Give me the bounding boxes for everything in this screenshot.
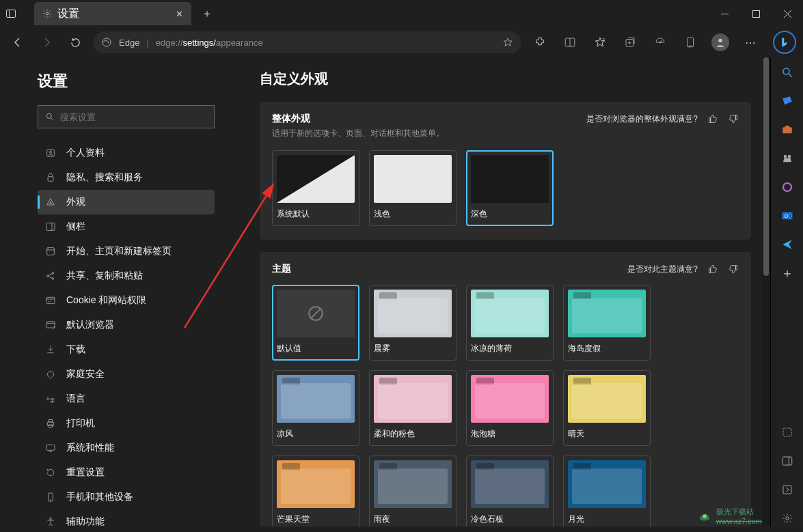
sidebar-item-label: 外观 <box>66 196 85 208</box>
sidebar-item-label: 重置设置 <box>66 466 105 479</box>
appearance-option-1[interactable]: 浅色 <box>369 150 457 226</box>
theme-label: 冰凉的薄荷 <box>471 343 549 354</box>
bing-button[interactable] <box>773 31 796 54</box>
app-button[interactable] <box>679 31 702 54</box>
refresh-button[interactable] <box>64 31 86 53</box>
appearance-label: 浅色 <box>374 208 452 220</box>
outlook-sidebar-button[interactable]: O <box>779 208 795 224</box>
theme-preview <box>471 290 549 337</box>
sidebar-item-12[interactable]: 系统和性能 <box>38 436 215 460</box>
sidebar-item-9[interactable]: 家庭安全 <box>38 362 215 387</box>
cookie-icon <box>44 295 57 306</box>
shopping-sidebar-button[interactable] <box>779 93 795 109</box>
scrollbar-thumb[interactable] <box>763 57 769 276</box>
svg-rect-26 <box>46 223 55 231</box>
settings-search[interactable] <box>38 105 215 128</box>
theme-option-2-2[interactable]: 冷色石板 <box>466 456 554 527</box>
close-tab-button[interactable]: ✕ <box>176 9 183 19</box>
sidebar-item-6[interactable]: Cookie 和网站权限 <box>38 288 215 313</box>
minimize-button[interactable] <box>709 0 740 27</box>
send-sidebar-button[interactable] <box>779 236 795 253</box>
svg-point-56 <box>783 68 789 74</box>
theme-option-1-0[interactable]: 凉风 <box>272 370 359 446</box>
sidebar-item-11[interactable]: 打印机 <box>38 411 215 436</box>
sidebar-item-0[interactable]: 个人资料 <box>38 141 215 165</box>
thumbs-up-button[interactable] <box>707 264 718 275</box>
extensions-button[interactable] <box>528 31 552 54</box>
sidebar-item-5[interactable]: 共享、复制和粘贴 <box>38 264 215 288</box>
collections-button[interactable] <box>618 31 642 54</box>
thumbs-down-button[interactable] <box>728 113 739 124</box>
theme-option-0-1[interactable]: 晨雾 <box>369 285 457 361</box>
split-screen-button[interactable] <box>558 31 582 54</box>
theme-label: 海岛度假 <box>568 343 646 354</box>
theme-option-0-3[interactable]: 海岛度假 <box>563 285 651 361</box>
scrollbar[interactable] <box>762 57 770 527</box>
theme-option-2-3[interactable]: 月光 <box>563 456 651 527</box>
performance-button[interactable] <box>649 31 672 54</box>
svg-point-69 <box>785 517 789 520</box>
settings-main: 自定义外观 整体外观 是否对浏览器的整体外观满意? 适用于新的选项卡、页面、对话… <box>232 57 770 527</box>
screenshot-sidebar-button[interactable] <box>779 424 795 440</box>
svg-rect-24 <box>48 177 53 182</box>
appearance-option-0[interactable]: 系统默认 <box>272 150 359 226</box>
browser-tab[interactable]: 设置 ✕ <box>34 2 191 25</box>
thumbs-down-button[interactable] <box>728 264 739 275</box>
search-sidebar-button[interactable] <box>779 64 795 81</box>
tab-actions-button[interactable] <box>5 8 26 19</box>
sidebar-settings-button[interactable] <box>779 510 795 527</box>
address-bar[interactable]: Edge | edge://settings/appearance <box>93 31 521 53</box>
avatar-icon <box>715 37 726 48</box>
svg-rect-59 <box>785 126 789 128</box>
sidebar-item-10[interactable]: A字语言 <box>38 387 215 411</box>
sidebar-item-14[interactable]: 手机和其他设备 <box>38 485 215 509</box>
theme-preview <box>374 290 452 337</box>
maximize-button[interactable] <box>740 0 772 27</box>
theme-option-0-0[interactable]: 默认值 <box>272 285 359 361</box>
m365-sidebar-button[interactable] <box>779 179 795 195</box>
close-window-button[interactable] <box>772 0 803 27</box>
more-button[interactable]: ⋯ <box>739 31 762 54</box>
theme-label: 晴天 <box>568 428 646 440</box>
page-heading: 自定义外观 <box>260 70 751 88</box>
games-sidebar-button[interactable] <box>779 150 795 167</box>
sidebar-item-1[interactable]: 隐私、搜索和服务 <box>38 165 215 190</box>
sidebar-item-4[interactable]: 开始、主页和新建标签页 <box>38 239 215 264</box>
thumbs-up-button[interactable] <box>707 113 718 124</box>
sidebar-item-8[interactable]: 下载 <box>38 337 215 362</box>
svg-point-7 <box>103 38 111 46</box>
separator: | <box>146 38 148 48</box>
svg-rect-36 <box>46 297 55 303</box>
svg-rect-58 <box>782 127 792 133</box>
sidebar-item-3[interactable]: 侧栏 <box>38 214 215 239</box>
theme-option-1-2[interactable]: 泡泡糖 <box>466 370 554 446</box>
tabs-icon <box>5 8 16 19</box>
sidebar-item-15[interactable]: 辅助功能 <box>38 509 215 527</box>
add-sidebar-button[interactable]: ＋ <box>779 265 795 281</box>
appearance-option-2[interactable]: 深色 <box>466 150 554 226</box>
svg-line-55 <box>312 309 321 318</box>
watermark: 极光下载站 www.xz7.com <box>697 507 762 525</box>
svg-point-39 <box>50 301 51 302</box>
appearance-preview <box>277 155 355 203</box>
tools-sidebar-button[interactable] <box>779 122 795 138</box>
sidebar-item-label: 手机和其他设备 <box>66 491 133 503</box>
hide-sidebar-button[interactable] <box>779 453 795 469</box>
sidebar-item-13[interactable]: 重置设置 <box>38 460 215 485</box>
svg-rect-48 <box>46 445 55 450</box>
theme-option-1-3[interactable]: 晴天 <box>563 370 651 446</box>
theme-option-2-1[interactable]: 雨夜 <box>369 456 457 527</box>
settings-search-input[interactable] <box>60 112 207 122</box>
sidebar-item-2[interactable]: 外观 <box>38 190 215 214</box>
profile-button[interactable] <box>709 31 732 54</box>
sidebar-item-7[interactable]: 默认浏览器 <box>38 313 215 337</box>
theme-option-2-0[interactable]: 芒果天堂 <box>272 456 359 527</box>
theme-option-1-1[interactable]: 柔和的粉色 <box>369 370 457 446</box>
theme-option-0-2[interactable]: 冰凉的薄荷 <box>466 285 554 361</box>
favorites-button[interactable] <box>588 31 612 54</box>
open-sidebar-button[interactable] <box>779 481 795 498</box>
back-button[interactable] <box>7 31 29 53</box>
favorite-star-button[interactable] <box>502 37 513 48</box>
new-tab-button[interactable]: ＋ <box>197 7 217 21</box>
overall-subtitle: 适用于新的选项卡、页面、对话框和其他菜单。 <box>272 128 739 139</box>
